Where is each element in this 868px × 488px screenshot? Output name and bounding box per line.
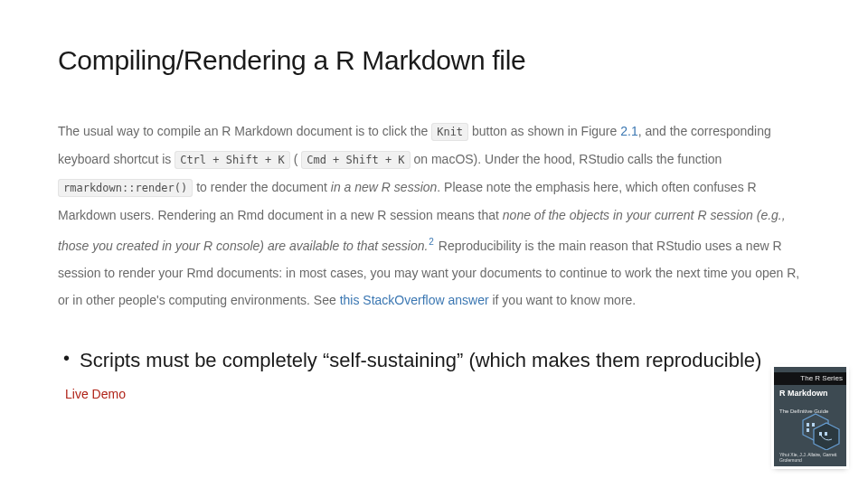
footnote-ref[interactable]: 2 xyxy=(429,237,434,247)
slide: Compiling/Rendering a R Markdown file Th… xyxy=(0,0,868,488)
bullet-list: Scripts must be completely “self-sustain… xyxy=(58,348,810,373)
book-authors: Yihui Xie, J.J. Allaire, Garrett Grolemu… xyxy=(779,452,846,463)
svg-marker-1 xyxy=(814,423,839,450)
slide-title: Compiling/Rendering a R Markdown file xyxy=(58,45,810,76)
knit-code: Knit xyxy=(431,123,468,141)
kbd-shortcut-win: Ctrl + Shift + K xyxy=(175,151,290,169)
book-series-bar: The R Series xyxy=(774,372,846,385)
book-excerpt: The usual way to compile an R Markdown d… xyxy=(58,117,810,314)
svg-rect-5 xyxy=(819,432,822,436)
svg-rect-6 xyxy=(825,432,827,436)
book-hex-icon xyxy=(799,412,843,450)
book-title: R Markdown xyxy=(779,389,841,398)
svg-rect-4 xyxy=(807,428,809,432)
emphasis-new-session: in a new R session xyxy=(331,180,438,194)
stackoverflow-link[interactable]: this StackOverflow answer xyxy=(340,293,489,307)
render-code: rmarkdown::render() xyxy=(58,179,193,197)
svg-rect-2 xyxy=(807,423,809,427)
kbd-shortcut-mac: Cmd + Shift + K xyxy=(301,151,410,169)
text: on macOS). Under the hood, RStudio calls… xyxy=(413,152,722,166)
text: button as shown in Figure xyxy=(472,124,620,138)
live-demo-label: Live Demo xyxy=(65,387,810,401)
svg-rect-3 xyxy=(812,423,815,427)
book-series-text: The R Series xyxy=(800,375,843,382)
text: ( xyxy=(294,152,298,166)
book-cover-thumbnail: The R Series R Markdown The Definitive G… xyxy=(774,367,846,466)
text: if you want to know more. xyxy=(489,293,637,307)
text: to render the document xyxy=(196,180,331,194)
bullet-item: Scripts must be completely “self-sustain… xyxy=(58,348,810,373)
figure-link[interactable]: 2.1 xyxy=(620,124,637,138)
text: The usual way to compile an R Markdown d… xyxy=(58,124,431,138)
